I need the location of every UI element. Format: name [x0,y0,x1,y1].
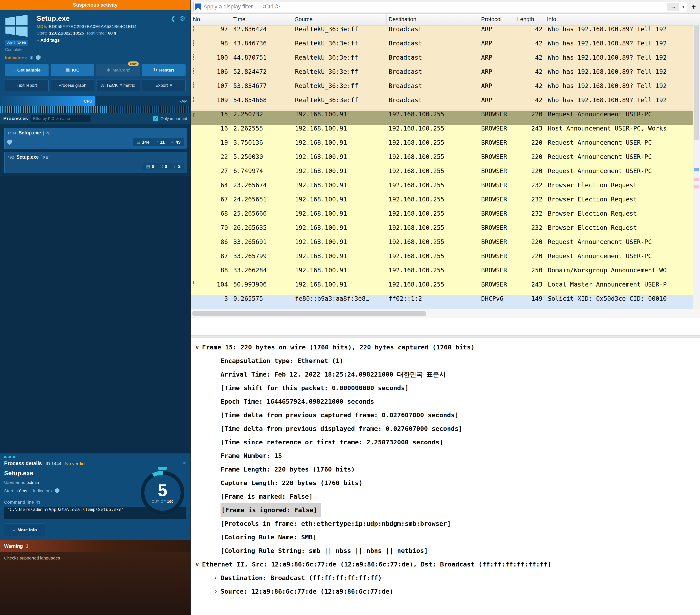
warning-header[interactable]: Warning 1 [0,540,190,552]
detail-line[interactable]: [Coloring Rule Name: SMB] [191,530,700,544]
add-tags-button[interactable]: + Add tags [37,38,60,43]
detail-line[interactable]: [Protocols in frame: eth:ethertype:ip:ud… [191,517,700,530]
conversation-mark [191,139,196,153]
ioc-button[interactable]: ▤ IOC [51,64,94,76]
packet-row[interactable]: 6724.265651192.168.100.91192.168.100.255… [191,196,692,210]
detail-line[interactable]: ›Source: 12:a9:86:6c:77:de (12:a9:86:6c:… [191,585,700,598]
packet-row[interactable]: 8733.265799192.168.100.91192.168.100.255… [191,253,692,267]
expand-arrow-icon[interactable]: › [211,585,221,598]
resource-meter: CPU RAM [0,97,190,106]
expand-arrow-icon[interactable]: v [192,341,202,354]
pane-splitter[interactable] [191,335,700,337]
packet-row[interactable]: ┊10652.824472RealtekU_36:3e:ffBroadcastA… [191,68,692,82]
target-icon[interactable]: ⊕ [29,55,34,61]
packet-row[interactable]: ┊10954.854668RealtekU_36:3e:ffBroadcastA… [191,97,692,111]
detail-line[interactable]: Frame Number: 15 [191,449,700,462]
detail-line[interactable]: ›Destination: Broadcast (ff:ff:ff:ff:ff:… [191,571,700,585]
share-icon[interactable]: ❮ [171,15,176,22]
process-row[interactable]: 492Setup.exePE▤0∷0♂2 [4,152,187,173]
get-sample-button[interactable]: ↓ Get sample [5,64,49,76]
packet-row[interactable]: 225.250030192.168.100.91192.168.100.255B… [191,153,692,167]
expand-arrow-icon[interactable]: v [192,558,202,571]
horizontal-scrollbar[interactable] [191,309,700,318]
detail-line[interactable]: [Frame is ignored: False] [191,503,700,517]
detail-line[interactable]: [Coloring Rule String: smb || nbss || nb… [191,544,700,558]
display-filter-field[interactable]: → ▾ [193,2,687,12]
attack-matrix-button[interactable]: ATT&CK™ matrix [96,79,140,91]
packet-row[interactable]: 7026.265635192.168.100.91192.168.100.255… [191,224,692,238]
packet-info: Request Announcement USER-PC [545,153,692,167]
add-filter-button[interactable]: + [690,2,698,11]
apply-filter-button[interactable]: → [667,3,679,11]
packet-time: 42.836424 [231,25,293,40]
packet-row[interactable]: 276.749974192.168.100.91192.168.100.255B… [191,167,692,181]
packet-row[interactable]: 162.262555192.168.100.91192.168.100.255B… [191,125,692,139]
packet-row[interactable]: 6423.265674192.168.100.91192.168.100.255… [191,181,692,196]
text-report-button[interactable]: Text report [5,79,49,91]
packet-row[interactable]: ┊10044.870751RealtekU_36:3e:ffBroadcastA… [191,54,692,68]
packet-row[interactable]: ┊9843.846736RealtekU_36:3e:ffBroadcastAR… [191,40,692,54]
packet-no: 98 [196,40,231,54]
packet-row[interactable]: 6825.265666192.168.100.91192.168.100.255… [191,210,692,224]
horizontal-scrollbar-thumb[interactable] [192,311,426,316]
packet-info: Who has 192.168.100.89? Tell 192 [545,82,692,97]
packet-row[interactable]: 30.265575fe80::b9a3:aa8f:3e8…ff02::1:2DH… [191,295,692,309]
packet-row[interactable]: ┌152.250732192.168.100.91192.168.100.255… [191,111,692,125]
pagination-dots[interactable] [0,453,190,458]
packet-row[interactable]: ┊10753.834677RealtekU_36:3e:ffBroadcastA… [191,82,692,97]
detail-line[interactable]: [Time since reference or first frame: 2.… [191,435,700,449]
process-row[interactable]: 1444Setup.exePE▤144∷11♂49 [4,128,187,149]
packet-info: Host Announcement USER-PC, Works [545,125,692,139]
filter-bookmark-icon[interactable] [195,3,201,10]
packet-no: 16 [196,125,231,139]
scrollbar-thumb[interactable] [693,26,699,140]
detail-line[interactable]: Capture Length: 220 bytes (1760 bits) [191,476,700,490]
detail-line[interactable]: Frame Length: 220 bytes (1760 bits) [191,462,700,476]
column-header-protocol[interactable]: Protocol [479,14,515,25]
alert-banner: Suspicious activity [0,0,190,10]
warning-count: 1 [26,543,28,549]
detail-line[interactable]: [Time shift for this packet: 0.000000000… [191,381,700,395]
column-header-length[interactable]: Length [515,14,545,25]
detail-line[interactable]: [Frame is marked: False] [191,490,700,503]
packet-source: 192.168.100.91 [293,224,387,238]
packet-row[interactable]: 8633.265691192.168.100.91192.168.100.255… [191,238,692,253]
packet-row[interactable]: 193.750136192.168.100.91192.168.100.255B… [191,139,692,153]
copy-icon[interactable]: ⧉ [36,499,40,505]
column-header-source[interactable]: Source [293,14,387,25]
packet-protocol: ARP [479,54,515,68]
column-header-info[interactable]: Info [545,14,700,25]
packet-row[interactable]: ┊9742.836424RealtekU_36:3e:ffBroadcastAR… [191,25,692,40]
packet-row[interactable]: 8833.266284192.168.100.91192.168.100.255… [191,267,692,281]
tab-ram[interactable]: RAM [95,97,190,106]
column-header-destination[interactable]: Destination [387,14,479,25]
column-header-no[interactable]: No. [191,14,231,25]
expand-arrow-icon[interactable]: › [211,571,221,585]
display-filter-input[interactable] [203,3,665,10]
packet-row[interactable]: └10450.993906192.168.100.91192.168.100.2… [191,281,692,295]
export-button[interactable]: Export ▾ [142,79,186,91]
malconf-button[interactable]: new ✶ MalConf [96,64,140,76]
shield-icon[interactable] [36,55,40,61]
packet-destination: ff02::1:2 [387,295,479,309]
only-important-toggle[interactable]: ✓ Only important [153,116,187,121]
detail-line[interactable]: Encapsulation type: Ethernet (1) [191,354,700,368]
detail-line[interactable]: Epoch Time: 1644657924.098221000 seconds [191,395,700,408]
detail-line[interactable]: vEthernet II, Src: 12:a9:86:6c:77:de (12… [191,558,700,571]
username-label: Username: [4,480,25,485]
detail-line[interactable]: Arrival Time: Feb 12, 2022 18:25:24.0982… [191,368,700,381]
tab-cpu[interactable]: CPU [0,97,95,106]
detail-text: Frame 15: 220 bytes on wire (1760 bits),… [202,341,475,354]
more-info-button[interactable]: ≡ More Info [4,524,45,536]
detail-line[interactable]: vFrame 15: 220 bytes on wire (1760 bits)… [191,341,700,354]
column-header-time[interactable]: Time [231,14,293,25]
close-icon[interactable]: × [183,460,186,465]
filter-dropdown-caret[interactable]: ▾ [682,4,685,10]
process-graph-button[interactable]: Process graph [51,79,94,91]
gear-icon[interactable]: ⚙ [179,15,186,22]
detail-line[interactable]: [Time delta from previous displayed fram… [191,422,700,435]
process-filter-input[interactable] [31,115,90,122]
vertical-scrollbar[interactable] [692,25,700,309]
restart-button[interactable]: ↻ Restart [142,64,186,76]
detail-line[interactable]: [Time delta from previous captured frame… [191,408,700,422]
